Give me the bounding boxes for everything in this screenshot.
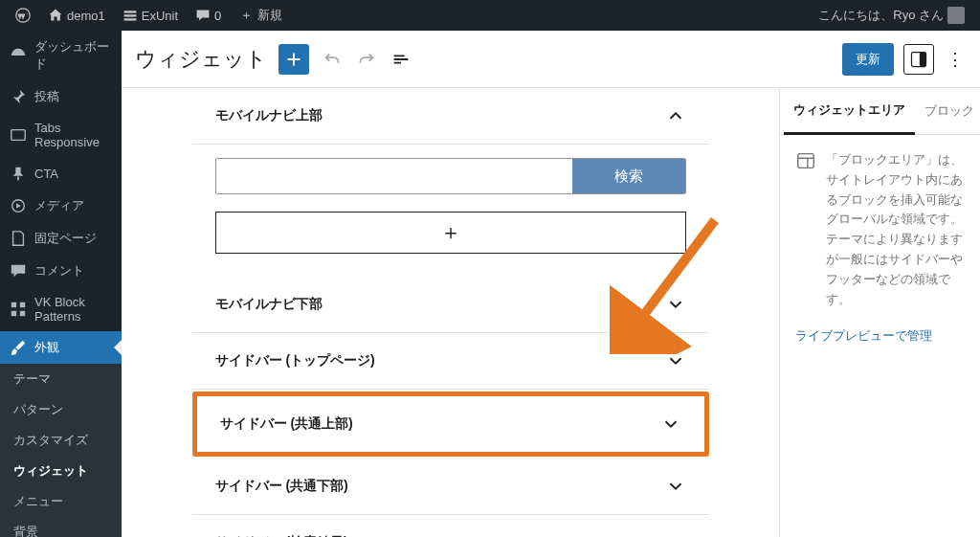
svg-rect-2 xyxy=(123,14,136,16)
widget-canvas: モバイルナビ上部 検索 ＋ モバイルナビ下部 xyxy=(122,88,779,537)
chevron-up-icon xyxy=(665,105,686,126)
submenu-background[interactable]: 背景 xyxy=(0,517,122,537)
submenu-menus[interactable]: メニュー xyxy=(0,486,122,517)
appearance-submenu: テーマ パターン カスタマイズ ウィジェット メニュー 背景 テーマファイルエデ… xyxy=(0,364,122,537)
svg-rect-4 xyxy=(11,130,25,141)
menu-media[interactable]: メディア xyxy=(0,190,122,222)
submenu-customize[interactable]: カスタマイズ xyxy=(0,425,122,456)
admin-sidebar: ダッシュボード 投稿 Tabs Responsive CTA メディア 固定ペー… xyxy=(0,31,122,537)
menu-cta[interactable]: CTA xyxy=(0,157,122,190)
dashboard-icon xyxy=(10,47,27,64)
tab-block[interactable]: ブロック xyxy=(915,89,980,133)
area-sidebar-common-bottom[interactable]: サイドバー (共通下部) xyxy=(192,459,709,515)
plus-icon: ＋ xyxy=(238,8,254,23)
wordpress-icon xyxy=(15,8,31,23)
area-sidebar-common-top[interactable]: サイドバー (共通上部) xyxy=(197,396,704,452)
exunit-link[interactable]: ExUnit xyxy=(115,0,186,31)
area-mobile-nav-top-body: 検索 ＋ xyxy=(192,145,709,277)
svg-rect-3 xyxy=(123,18,136,20)
options-button[interactable]: ⋮ xyxy=(944,49,967,70)
redo-button[interactable] xyxy=(355,48,378,71)
home-icon xyxy=(48,8,63,23)
tabs-icon xyxy=(10,126,27,144)
chevron-down-icon xyxy=(665,532,686,537)
search-input[interactable] xyxy=(216,159,572,193)
menu-comments[interactable]: コメント xyxy=(0,255,122,287)
insert-block-button[interactable] xyxy=(278,44,309,75)
page-title: ウィジェット xyxy=(135,45,267,74)
highlight-annotation: サイドバー (共通上部) xyxy=(192,392,709,457)
layout-icon xyxy=(795,150,816,171)
area-sidebar-toppage[interactable]: サイドバー (トップページ) xyxy=(192,333,709,390)
svg-rect-8 xyxy=(11,311,16,316)
exunit-icon xyxy=(122,8,138,23)
grid-icon xyxy=(10,301,27,318)
menu-dashboard[interactable]: ダッシュボード xyxy=(0,31,122,80)
svg-rect-1 xyxy=(123,11,136,12)
comment-icon xyxy=(10,262,27,280)
menu-appearance[interactable]: 外観 xyxy=(0,331,122,364)
pin-icon xyxy=(10,88,27,105)
submenu-patterns[interactable]: パターン xyxy=(0,394,122,425)
chevron-down-icon xyxy=(665,350,686,371)
svg-rect-6 xyxy=(11,302,16,307)
outline-button[interactable] xyxy=(390,48,412,71)
panel-tabs: ウィジェットエリア ブロック ✕ xyxy=(780,88,980,135)
undo-button[interactable] xyxy=(321,48,344,71)
comment-icon xyxy=(195,8,211,23)
tab-widget-areas[interactable]: ウィジェットエリア xyxy=(784,88,915,135)
search-button[interactable]: 検索 xyxy=(572,159,685,193)
chevron-down-icon xyxy=(660,414,681,435)
menu-posts[interactable]: 投稿 xyxy=(0,80,122,113)
area-sidebar-search[interactable]: サイドバー (検索結果) xyxy=(192,515,709,537)
chevron-down-icon xyxy=(665,476,686,497)
user-greeting[interactable]: こんにちは、Ryo さん xyxy=(811,0,972,31)
menu-vk-patterns[interactable]: VK Block Patterns xyxy=(0,287,122,331)
comments-link[interactable]: 0 xyxy=(188,0,229,31)
update-button[interactable]: 更新 xyxy=(842,43,894,76)
brush-icon xyxy=(10,339,27,356)
settings-panel-button[interactable] xyxy=(903,44,934,75)
settings-panel: ウィジェットエリア ブロック ✕ 「ブロックエリア」は、サイトレイアウト内にある… xyxy=(779,88,980,537)
area-mobile-nav-bottom[interactable]: モバイルナビ下部 xyxy=(192,277,709,333)
svg-rect-14 xyxy=(798,154,814,168)
svg-rect-9 xyxy=(20,311,25,316)
avatar xyxy=(947,7,965,24)
chevron-down-icon xyxy=(665,294,686,315)
panel-description: 「ブロックエリア」は、サイトレイアウト内にあるブロックを挿入可能なグローバルな領… xyxy=(795,150,965,309)
site-link[interactable]: demo1 xyxy=(40,0,113,31)
admin-bar: demo1 ExUnit 0 ＋新規 こんにちは、Ryo さん xyxy=(0,0,980,31)
new-link[interactable]: ＋新規 xyxy=(231,0,290,31)
add-block-button[interactable]: ＋ xyxy=(215,212,686,254)
menu-tabs-responsive[interactable]: Tabs Responsive xyxy=(0,113,122,157)
submenu-themes[interactable]: テーマ xyxy=(0,364,122,394)
wp-logo[interactable] xyxy=(8,0,38,31)
site-name: demo1 xyxy=(67,9,105,23)
page-icon xyxy=(10,230,27,247)
menu-pages[interactable]: 固定ページ xyxy=(0,222,122,255)
svg-rect-7 xyxy=(20,302,25,307)
search-widget: 検索 xyxy=(215,158,686,194)
media-icon xyxy=(10,197,27,214)
push-icon xyxy=(10,165,27,182)
editor-header: ウィジェット 更新 ⋮ xyxy=(122,31,980,88)
svg-rect-12 xyxy=(920,52,926,66)
area-mobile-nav-top[interactable]: モバイルナビ上部 xyxy=(192,88,709,145)
live-preview-link[interactable]: ライブプレビューで管理 xyxy=(795,326,965,347)
submenu-widgets[interactable]: ウィジェット xyxy=(0,456,122,486)
